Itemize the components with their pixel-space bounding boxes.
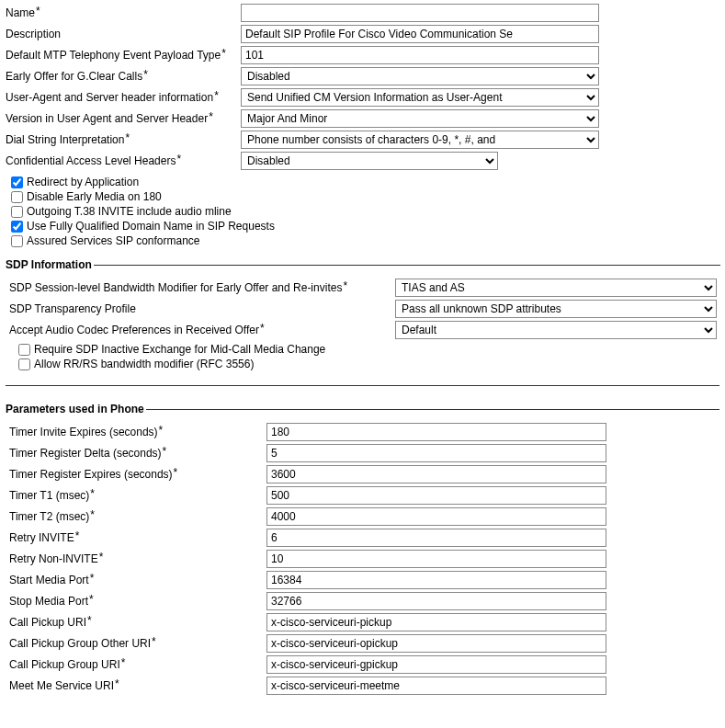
sdp-codec-label: Accept Audio Codec Preferences in Receiv… xyxy=(9,322,265,336)
sdp-bw-label: SDP Session-level Bandwidth Modifier for… xyxy=(9,279,347,294)
phone-label-12: Meet Me Service URI xyxy=(9,677,119,692)
phone-label-0: Timer Invite Expires (seconds) xyxy=(9,424,163,438)
sdp-trans-label: SDP Transparency Profile xyxy=(9,302,136,315)
phone-input-4[interactable] xyxy=(266,507,606,526)
sdp-legend: SDP Information xyxy=(6,258,94,271)
fqdn-checkbox[interactable] xyxy=(11,221,23,233)
phone-input-11[interactable] xyxy=(266,655,606,674)
phone-label-2: Timer Register Expires (seconds) xyxy=(9,466,177,481)
t38-checkbox[interactable] xyxy=(11,206,23,218)
version-label: Version in User Agent and Server Header xyxy=(6,110,213,125)
description-label: Description xyxy=(6,28,61,40)
phone-input-8[interactable] xyxy=(266,592,606,610)
assured-checkbox[interactable] xyxy=(11,235,23,247)
description-input[interactable] xyxy=(241,25,599,43)
phone-input-9[interactable] xyxy=(266,613,606,631)
ua-header-select[interactable]: Send Unified CM Version Information as U… xyxy=(241,88,599,107)
phone-label-5: Retry INVITE xyxy=(9,529,79,544)
phone-input-0[interactable] xyxy=(266,423,606,441)
mtp-label: Default MTP Telephony Event Payload Type xyxy=(6,47,226,62)
sdp-inactive-checkbox[interactable] xyxy=(18,344,30,356)
phone-label-7: Start Media Port xyxy=(9,572,94,586)
disable-early-label: Disable Early Media on 180 xyxy=(27,190,162,203)
t38-label: Outgoing T.38 INVITE include audio mline xyxy=(27,205,232,218)
phone-fieldset: Parameters used in Phone Timer Invite Ex… xyxy=(6,403,719,701)
phone-label-10: Call Pickup Group Other URI xyxy=(9,635,156,650)
phone-label-8: Stop Media Port xyxy=(9,593,94,608)
phone-input-10[interactable] xyxy=(266,634,606,653)
name-input[interactable] xyxy=(241,4,599,22)
sdp-trans-select[interactable]: Pass all unknown SDP attributes xyxy=(395,300,717,318)
separator xyxy=(6,385,719,386)
phone-input-7[interactable] xyxy=(266,571,606,589)
sdp-rrrs-label: Allow RR/RS bandwidth modifier (RFC 3556… xyxy=(34,358,254,370)
phone-legend: Parameters used in Phone xyxy=(6,403,146,415)
phone-input-6[interactable] xyxy=(266,550,606,568)
sdp-bw-select[interactable]: TIAS and AS xyxy=(395,279,717,297)
cal-label: Confidential Access Level Headers xyxy=(6,153,181,167)
sdp-inactive-label: Require SDP Inactive Exchange for Mid-Ca… xyxy=(34,343,325,356)
sdp-codec-select[interactable]: Default xyxy=(395,321,717,339)
phone-input-12[interactable] xyxy=(266,677,606,695)
assured-label: Assured Services SIP conformance xyxy=(27,234,200,247)
phone-input-5[interactable] xyxy=(266,529,606,547)
dial-label: Dial String Interpretation xyxy=(6,131,130,146)
ua-header-label: User-Agent and Server header information xyxy=(6,89,219,104)
phone-label-1: Timer Register Delta (seconds) xyxy=(9,445,166,460)
phone-input-2[interactable] xyxy=(266,465,606,483)
version-select[interactable]: Major And Minor xyxy=(241,109,599,128)
cal-select[interactable]: Disabled xyxy=(241,152,498,170)
disable-early-checkbox[interactable] xyxy=(11,191,23,203)
phone-input-1[interactable] xyxy=(266,444,606,462)
early-offer-label: Early Offer for G.Clear Calls xyxy=(6,68,148,83)
phone-input-3[interactable] xyxy=(266,486,606,505)
phone-label-3: Timer T1 (msec) xyxy=(9,487,95,502)
early-offer-select[interactable]: Disabled xyxy=(241,67,599,85)
redirect-checkbox[interactable] xyxy=(11,176,23,188)
mtp-input[interactable] xyxy=(241,46,599,64)
phone-label-4: Timer T2 (msec) xyxy=(9,508,95,523)
phone-label-11: Call Pickup Group URI xyxy=(9,656,125,671)
fqdn-label: Use Fully Qualified Domain Name in SIP R… xyxy=(27,220,275,233)
redirect-label: Redirect by Application xyxy=(27,176,139,188)
name-label: Name xyxy=(6,5,40,19)
phone-label-9: Call Pickup URI xyxy=(9,614,92,629)
sdp-fieldset: SDP Information SDP Session-level Bandwi… xyxy=(6,258,720,376)
dial-select[interactable]: Phone number consists of characters 0-9,… xyxy=(241,131,599,149)
sdp-rrrs-checkbox[interactable] xyxy=(18,358,30,370)
phone-label-6: Retry Non-INVITE xyxy=(9,551,103,565)
